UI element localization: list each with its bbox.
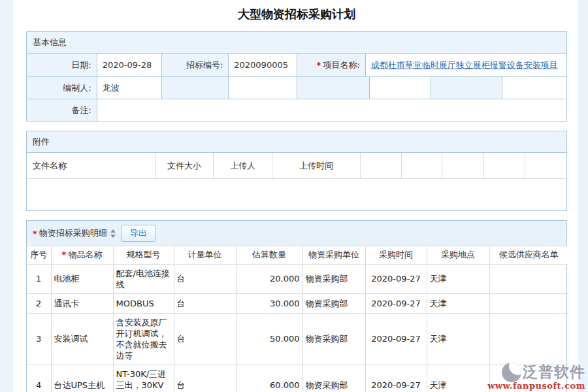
detail-cell — [489, 365, 568, 392]
detail-cell: 通讯卡 — [51, 293, 113, 313]
sort-down-icon[interactable] — [110, 235, 116, 238]
detail-cell: 天津 — [427, 313, 489, 365]
attachments-empty-body — [27, 179, 566, 210]
empty-value-cell — [229, 77, 297, 99]
detail-cell: 含安装及原厂开订机调试，不含就位搬去边等 — [113, 313, 174, 365]
detail-cell: 物资采购部 — [302, 365, 365, 392]
attachments-section-header: 附件 — [27, 131, 566, 153]
project-label: * 项目名称: — [297, 54, 366, 76]
detail-cell: 电池柜 — [51, 264, 113, 293]
date-value: 2020-09-28 — [97, 54, 162, 76]
required-asterisk: * — [62, 250, 67, 259]
col-unit: 计量单位 — [174, 246, 236, 264]
remark-label: 备注: — [27, 99, 97, 121]
basic-info-section: 基本信息 日期: 2020-09-28 招标编号: 2020090005 * 项… — [26, 31, 567, 122]
project-name-link[interactable]: 成都杜甫草堂临时展厅独立展柜报警设备安装项目 — [371, 59, 558, 71]
details-header-row: 序号 *物品名称 规格型号 计量单位 估算数量 物资采购单位 采购时间 采购地点… — [27, 246, 568, 264]
basic-info-row-1: 日期: 2020-09-28 招标编号: 2020090005 * 项目名称: … — [27, 54, 566, 77]
details-table-body: 1电池柜配套/电池连接线台20.000物资采购部2020-09-27天津2通讯卡… — [27, 264, 568, 392]
col-candidate-suppliers: 候选供应商名单 — [489, 246, 568, 264]
table-row: 2通讯卡MODBUS台30.000物资采购部2020-09-27天津 — [27, 293, 568, 313]
details-table: 序号 *物品名称 规格型号 计量单位 估算数量 物资采购单位 采购时间 采购地点… — [27, 246, 568, 392]
detail-cell: 天津 — [427, 264, 489, 293]
basic-info-row-3: 备注: — [27, 99, 566, 121]
col-empty — [525, 153, 566, 178]
details-section-header: * 物资招标采购明细 导出 — [27, 221, 566, 246]
empty-label-cell — [431, 77, 503, 99]
col-estimated-qty: 估算数量 — [236, 246, 302, 264]
detail-cell: 天津 — [427, 365, 489, 392]
col-upload-time: 上传时间 — [272, 153, 361, 178]
attachments-header-row: 文件名称 文件大小 上传人 上传时间 — [27, 153, 566, 179]
detail-cell: 台 — [174, 365, 236, 392]
empty-value-cell — [370, 77, 431, 99]
col-file-name: 文件名称 — [27, 153, 155, 178]
detail-cell: 30.000 — [236, 293, 302, 313]
table-row: 4台达UPS主机NT-30K/三进三出，30KVA/24KW台60.000物资采… — [27, 365, 568, 392]
bid-no-label: 招标编号: — [162, 54, 229, 76]
project-value-cell: 成都杜甫草堂临时展厅独立展柜报警设备安装项目 — [366, 54, 566, 76]
col-purchasing-dept: 物资采购单位 — [302, 246, 365, 264]
detail-cell: MODBUS — [113, 293, 174, 313]
details-section: * 物资招标采购明细 导出 序号 *物品名称 规格型号 计量单位 估算数量 — [26, 220, 567, 392]
detail-cell — [489, 313, 568, 365]
export-button[interactable]: 导出 — [121, 225, 156, 242]
col-seq: 序号 — [27, 246, 51, 264]
detail-cell: 安装调试 — [51, 313, 113, 365]
basic-info-section-header: 基本信息 — [27, 32, 566, 54]
author-value: 龙波 — [97, 77, 162, 99]
remark-value — [97, 99, 566, 121]
col-file-size: 文件大小 — [155, 153, 214, 178]
detail-cell: 60.000 — [236, 365, 302, 392]
detail-cell: 台 — [174, 293, 236, 313]
basic-info-title: 基本信息 — [33, 37, 67, 48]
detail-cell: 物资采购部 — [302, 293, 365, 313]
col-empty — [361, 153, 402, 178]
required-asterisk: * — [317, 60, 321, 70]
detail-cell: NT-30K/三进三出，30KVA/24KW — [113, 365, 174, 392]
detail-cell: 物资采购部 — [302, 264, 365, 293]
detail-cell: 2 — [27, 293, 51, 313]
page: 大型物资招标采购计划 基本信息 日期: 2020-09-28 招标编号: 202… — [13, 0, 578, 392]
col-empty — [484, 153, 525, 178]
empty-label-cell — [297, 77, 370, 99]
empty-label-cell — [162, 77, 229, 99]
detail-cell: 台 — [174, 313, 236, 365]
details-title: 物资招标采购明细 — [39, 227, 107, 239]
date-label: 日期: — [27, 54, 97, 76]
attachments-title: 附件 — [33, 136, 50, 148]
detail-cell: 2020-09-27 — [365, 313, 427, 365]
col-spec-model: 规格型号 — [113, 246, 174, 264]
detail-cell: 2020-09-27 — [365, 293, 427, 313]
detail-cell: 天津 — [427, 293, 489, 313]
detail-cell: 4 — [27, 365, 51, 392]
col-item-name: *物品名称 — [51, 246, 113, 264]
col-purchase-time: 采购时间 — [365, 246, 427, 264]
detail-cell: 20.000 — [236, 264, 302, 293]
detail-cell: 2020-09-27 — [365, 264, 427, 293]
detail-cell — [489, 264, 568, 293]
bid-no-value: 2020090005 — [229, 54, 297, 76]
detail-cell: 配套/电池连接线 — [113, 264, 174, 293]
col-empty — [402, 153, 443, 178]
required-asterisk: * — [33, 229, 37, 238]
detail-cell: 2020-09-27 — [365, 365, 427, 392]
detail-cell: 3 — [27, 313, 51, 365]
sort-up-icon[interactable] — [110, 229, 116, 233]
basic-info-row-2: 编制人: 龙波 — [27, 77, 566, 99]
author-label: 编制人: — [27, 77, 97, 99]
page-title: 大型物资招标采购计划 — [26, 7, 567, 22]
detail-cell — [489, 293, 568, 313]
attachments-section: 附件 文件名称 文件大小 上传人 上传时间 — [26, 131, 567, 211]
detail-cell: 50.000 — [236, 313, 302, 365]
sort-arrows[interactable] — [110, 229, 116, 238]
empty-value-cell — [502, 77, 566, 99]
table-row: 1电池柜配套/电池连接线台20.000物资采购部2020-09-27天津 — [27, 264, 568, 293]
detail-cell: 1 — [27, 264, 51, 293]
col-empty — [442, 153, 484, 178]
table-row: 3安装调试含安装及原厂开订机调试，不含就位搬去边等台50.000物资采购部202… — [27, 313, 568, 365]
col-purchase-place: 采购地点 — [427, 246, 489, 264]
detail-cell: 台 — [174, 264, 236, 293]
col-uploader: 上传人 — [214, 153, 272, 178]
detail-cell: 台达UPS主机 — [51, 365, 113, 392]
